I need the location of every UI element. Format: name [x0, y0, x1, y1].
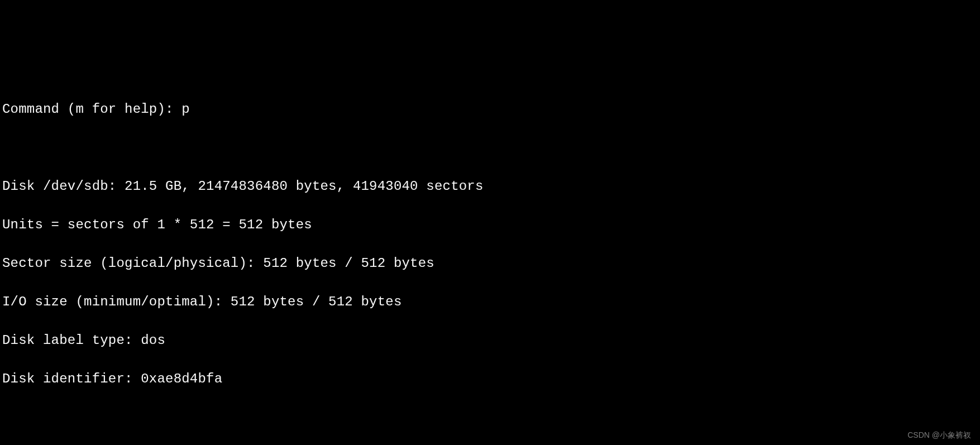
- blank-line: [2, 408, 978, 428]
- disk-summary-line: Disk /dev/sdb: 21.5 GB, 21474836480 byte…: [2, 177, 978, 197]
- blank-line: [2, 138, 978, 158]
- terminal-output[interactable]: Command (m for help): p Disk /dev/sdb: 2…: [2, 80, 978, 445]
- user-input-p: p: [181, 102, 190, 117]
- command-prompt-line: Command (m for help): p: [2, 100, 978, 119]
- sector-size-line: Sector size (logical/physical): 512 byte…: [2, 254, 978, 274]
- disk-label-type-line: Disk label type: dos: [2, 331, 978, 351]
- watermark-text: CSDN @小象裤衩: [907, 429, 971, 441]
- disk-identifier-line: Disk identifier: 0xae8d4bfa: [2, 370, 978, 389]
- units-line: Units = sectors of 1 * 512 = 512 bytes: [2, 216, 978, 235]
- io-size-line: I/O size (minimum/optimal): 512 bytes / …: [2, 293, 978, 312]
- prompt-label: Command (m for help):: [2, 102, 181, 117]
